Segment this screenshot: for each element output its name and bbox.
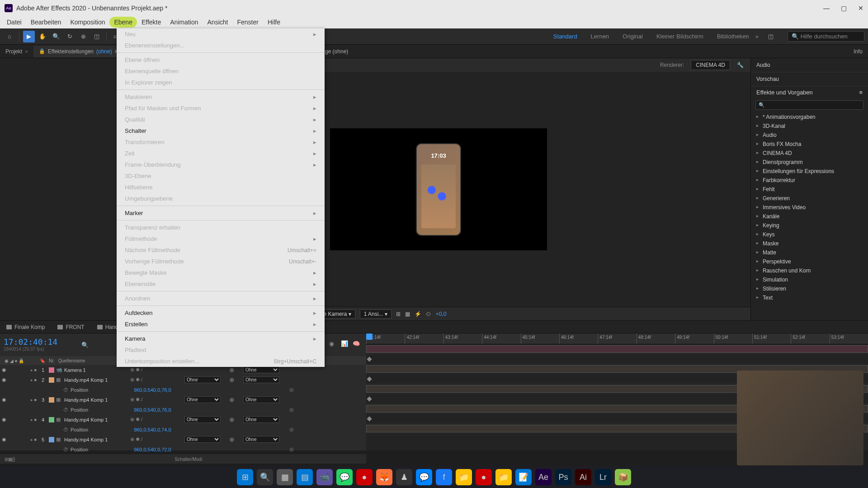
graph-icon[interactable]: 📊	[341, 340, 350, 349]
effect-category[interactable]: Audio	[756, 131, 863, 140]
taskbar-app[interactable]: Lr	[595, 469, 611, 485]
selection-tool[interactable]: ▶	[23, 31, 35, 42]
orbit-tool[interactable]: ↻	[64, 31, 75, 42]
taskbar-app[interactable]: ⊞	[237, 469, 253, 485]
effect-category[interactable]: Perspektive	[756, 257, 863, 266]
effect-category[interactable]: CINEMA 4D	[756, 149, 863, 158]
effect-category[interactable]: Fehlt	[756, 185, 863, 194]
hand-tool[interactable]: ✋	[37, 31, 48, 42]
effect-category[interactable]: Simulation	[756, 275, 863, 284]
effect-category[interactable]: Rauschen und Korn	[756, 266, 863, 275]
maximize-button[interactable]: ▢	[841, 5, 847, 12]
preview-section[interactable]: Vorschau	[751, 72, 868, 86]
taskbar-app[interactable]: 📦	[615, 469, 631, 485]
property-row[interactable]: ⏱Position960,0,540,0,74,0◎	[0, 425, 366, 435]
workspace-kleiner bildschirm[interactable]: Kleiner Bildschirm	[656, 33, 703, 40]
taskbar-app[interactable]: 🔍	[257, 469, 273, 485]
taskbar-app[interactable]: 🦊	[376, 469, 392, 485]
menu-datei[interactable]: Datei	[2, 17, 26, 28]
layer-row[interactable]: ◉▸ ■3▦Handy.mp4 Komp 1⊕ ✱ /Ohne◎Ohne	[0, 395, 366, 405]
effect-category[interactable]: Matte	[756, 248, 863, 257]
menu-item-marker[interactable]: Marker▸	[117, 207, 325, 219]
grid-icon[interactable]: ⊞	[396, 311, 401, 317]
menu-ebene[interactable]: Ebene	[109, 17, 137, 28]
effect-category[interactable]: Boris FX Mocha	[756, 140, 863, 149]
workspace-bibliotheken[interactable]: Bibliotheken	[717, 33, 749, 40]
effect-category[interactable]: Dienstprogramm	[756, 158, 863, 167]
help-search[interactable]: 🔍 Hilfe durchsuchen	[788, 31, 864, 42]
pixel-icon[interactable]: ▦	[405, 311, 410, 317]
rotation-tool[interactable]: ⊕	[77, 31, 89, 42]
panel-toggle[interactable]: ◫	[765, 31, 777, 42]
property-row[interactable]: ⏱Position960,0,540,0,76,0◎	[0, 405, 366, 415]
fast-preview-icon[interactable]: ⚡	[415, 311, 421, 317]
property-row[interactable]: ⏱Position960,0,540,0,78,0◎	[0, 385, 366, 395]
effect-category[interactable]: Stilisieren	[756, 284, 863, 293]
search-icon[interactable]: 🔍	[81, 342, 89, 348]
timeline-icon[interactable]: ⏲	[426, 311, 431, 317]
menu-ansicht[interactable]: Ansicht	[203, 17, 233, 28]
renderer-settings-icon[interactable]: 🔧	[737, 62, 744, 68]
timeline-ruler[interactable]: 41:14f42:14f43:14f44:14f45:14f46:14f47:1…	[366, 333, 868, 344]
effects-presets-header[interactable]: Effekte und Vorgaben≡	[751, 86, 868, 99]
layer-row[interactable]: ◉▸ ■2▦Handy.mp4 Komp 1⊕ ✱ /Ohne◎Ohne	[0, 375, 366, 385]
effect-category[interactable]: Keying	[756, 221, 863, 230]
motion-blur-icon[interactable]: ◉	[329, 340, 338, 349]
effect-category[interactable]: * Animationsvorgaben	[756, 113, 863, 122]
composition-viewport[interactable]: 17:03	[330, 128, 547, 250]
taskbar-app[interactable]: 💬	[336, 469, 353, 485]
taskbar-app[interactable]: Ps	[555, 469, 571, 485]
menu-animation[interactable]: Animation	[165, 17, 203, 28]
workspace-original[interactable]: Original	[623, 33, 643, 40]
taskbar-app[interactable]: 📁	[495, 469, 512, 485]
taskbar-app[interactable]: ●	[476, 469, 492, 485]
views-select[interactable]: 1 Ansi... ▾	[360, 310, 392, 319]
timeline-timecode[interactable]: 17:02:40:14	[4, 337, 78, 347]
close-button[interactable]: ✕	[858, 5, 863, 12]
menu-effekte[interactable]: Effekte	[137, 17, 165, 28]
layer-row[interactable]: ◉▸ ■5▦Handy.mp4 Komp 1⊕ ✱ /Ohne◎Ohne	[0, 435, 366, 445]
taskbar-app[interactable]: ♟	[396, 469, 412, 485]
taskbar-app[interactable]: 📹	[316, 469, 333, 485]
taskbar-app[interactable]: f	[436, 469, 452, 485]
effects-search[interactable]: 🔍	[755, 100, 863, 110]
menu-item-aufdecken[interactable]: Aufdecken▸	[117, 307, 325, 319]
effect-controls-tab[interactable]: 🔒 Effekteinstellungen (ohne) ≡	[33, 46, 123, 57]
taskbar-app[interactable]: ▦	[277, 469, 293, 485]
effect-category[interactable]: Generieren	[756, 194, 863, 203]
workspace-standard[interactable]: Standard	[553, 33, 577, 40]
timeline-tab[interactable]: Finale Komp	[0, 321, 51, 333]
effect-category[interactable]: Kanäle	[756, 212, 863, 221]
menu-item-erstellen[interactable]: Erstellen▸	[117, 319, 325, 330]
exposure-value[interactable]: +0,0	[436, 311, 447, 317]
effect-category[interactable]: Farbkorrektur	[756, 176, 863, 185]
menu-komposition[interactable]: Komposition	[66, 17, 109, 28]
menu-hilfe[interactable]: Hilfe	[263, 17, 285, 28]
effect-category[interactable]: Text	[756, 293, 863, 302]
menu-fenster[interactable]: Fenster	[232, 17, 263, 28]
menu-item-schalter[interactable]: Schalter▸	[117, 125, 325, 136]
toggle-icon-2[interactable]: ▦	[8, 457, 12, 462]
timeline-tab[interactable]: FRONT	[51, 321, 90, 333]
project-tab[interactable]: Projekt×	[0, 46, 33, 57]
taskbar-app[interactable]: ●	[356, 469, 373, 485]
toggle-icon-3[interactable]: {}	[12, 457, 15, 462]
effect-category[interactable]: Maske	[756, 239, 863, 248]
menu-item-kamera[interactable]: Kamera▸	[117, 333, 325, 344]
taskbar-app[interactable]: Ae	[535, 469, 552, 485]
brain-icon[interactable]: 🧠	[353, 340, 362, 349]
effect-category[interactable]: Keys	[756, 230, 863, 239]
taskbar-app[interactable]: ▤	[297, 469, 313, 485]
property-row[interactable]: ⏱Position960,0,540,0,72,0◎	[0, 445, 366, 455]
home-tool[interactable]: ⌂	[4, 31, 15, 42]
playhead[interactable]	[366, 333, 373, 340]
renderer-value[interactable]: CINEMA 4D	[691, 60, 730, 70]
effect-category[interactable]: Einstellungen für Expressions	[756, 167, 863, 176]
toggle-icon-1[interactable]: ⊞	[5, 457, 8, 462]
minimize-button[interactable]: —	[823, 5, 830, 12]
zoom-tool[interactable]: 🔍	[50, 31, 62, 42]
audio-section[interactable]: Audio	[751, 58, 868, 72]
effect-category[interactable]: Immersives Video	[756, 203, 863, 212]
effect-category[interactable]: 3D-Kanal	[756, 122, 863, 131]
menu-bearbeiten[interactable]: Bearbeiten	[26, 17, 66, 28]
